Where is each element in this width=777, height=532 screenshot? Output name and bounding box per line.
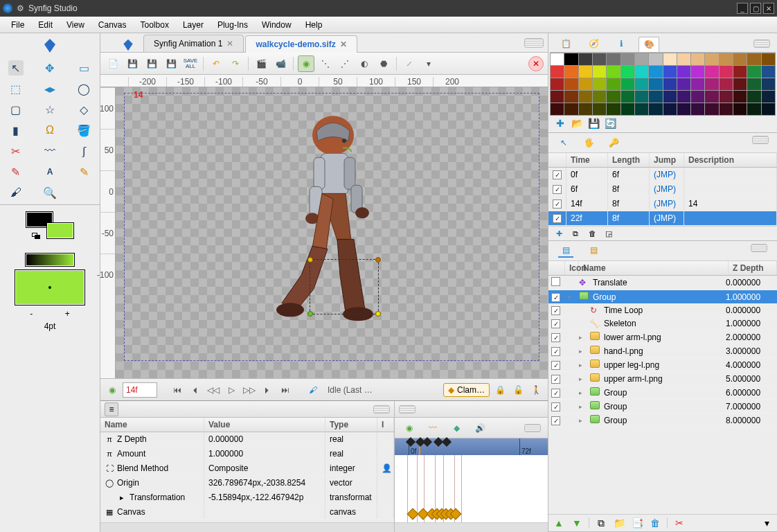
palette-swatch[interactable] [720,78,733,90]
palette-swatch[interactable] [593,53,606,65]
palette-swatch[interactable] [551,103,564,115]
palette-swatch[interactable] [579,103,592,115]
seek-next-kf-icon[interactable]: ⏵ [260,382,275,398]
keyframe-row[interactable]: 14f8f(JMP)14 [548,197,777,211]
tool-rotate[interactable]: ◂▸ [42,81,57,96]
maximize-button[interactable]: ▢ [750,3,761,14]
palette-swatch[interactable] [720,103,733,115]
menu-view[interactable]: View [60,20,91,30]
panel-grip[interactable] [524,424,541,432]
palette-swatch[interactable] [663,91,677,103]
layer-down-icon[interactable]: ▼ [571,517,583,529]
panel-grip[interactable] [373,405,390,414]
layer-row[interactable]: 🦴Skeleton1.000000 [548,317,777,330]
tool-transform[interactable]: ✥ [42,60,57,76]
play-icon[interactable]: ▷ [224,382,239,398]
palette-save-icon[interactable]: 💾 [589,118,598,128]
palette-swatch[interactable] [705,91,718,103]
future-kf-icon[interactable]: 🔓 [510,382,526,398]
col-layer-zdepth[interactable]: Z Depth [729,261,777,275]
layer-group-icon[interactable]: ⧉ [595,517,607,529]
palette-swatch[interactable] [635,53,648,65]
layer-del-icon[interactable]: 🗑 [649,517,661,529]
palette-grid[interactable] [550,53,776,116]
param-row[interactable]: πZ Depth0.000000real [100,432,394,447]
tool-gradient[interactable]: ▮ [8,123,24,138]
layer-menu-icon[interactable]: ▾ [760,517,773,529]
palette-swatch[interactable] [607,78,620,90]
keyframe-row[interactable]: 0f6f(JMP) [548,168,777,182]
palette-swatch[interactable] [691,103,704,115]
tab-animation-1[interactable]: Synfig Animation 1✕ [143,35,244,52]
palette-swatch[interactable] [720,66,733,78]
col-kf-length[interactable]: Length [608,153,650,167]
show-grid-icon[interactable]: ⬣ [375,55,392,72]
seek-prev-kf-icon[interactable]: ⏴ [188,382,203,398]
palette-swatch[interactable] [564,91,578,103]
layer-row[interactable]: ▸upper arm-l.png5.000000 [548,372,777,386]
palette-swatch[interactable] [635,103,648,115]
selection-handles[interactable] [310,259,379,314]
palette-swatch[interactable] [564,66,578,78]
palette-swatch[interactable] [705,78,718,90]
layer-row[interactable]: ▸upper leg-l.png4.000000 [548,358,777,372]
tab-walkcycle[interactable]: walkcycle-demo.sifz✕ [245,35,357,53]
palette-swatch[interactable] [593,103,606,115]
col-layer-name[interactable]: Name [579,261,729,275]
clamp-toggle[interactable]: Clam… [443,383,490,397]
palette-swatch[interactable] [677,53,690,65]
kf-del-icon[interactable]: 🗑 [587,229,597,238]
tool-text[interactable]: A [42,164,57,179]
brush-preview[interactable] [15,270,84,305]
keyframe-dial-icon[interactable]: ⟋ [401,55,418,72]
panel-grip[interactable] [751,244,767,252]
col-layer-icon[interactable]: Icon [565,261,579,275]
palette-swatch[interactable] [579,66,592,78]
save-all-text[interactable]: SAVE ALL [182,55,199,72]
palette-swatch[interactable] [762,91,775,103]
palette-tab-icon[interactable]: 🎨 [638,37,659,52]
save-all-icon[interactable]: 💾 [163,55,179,72]
kf-key-icon[interactable]: 🔑 [607,136,620,150]
palette-swatch[interactable] [551,66,564,78]
tool-scale[interactable]: ⬚ [8,81,24,96]
palette-swatch[interactable] [621,53,634,65]
menu-canvas[interactable]: Canvas [91,20,134,30]
brush-decrease[interactable]: - [30,309,33,319]
palette-swatch[interactable] [607,53,620,65]
menu-window[interactable]: Window [255,20,298,30]
panel-grip[interactable] [524,38,544,48]
lock-kf-icon[interactable]: 🔒 [492,382,508,398]
swap-colors[interactable] [32,233,40,238]
palette-swatch[interactable] [720,91,733,103]
new-file-icon[interactable]: 📄 [105,55,121,72]
palette-swatch[interactable] [621,91,634,103]
loop-icon[interactable]: 🖌 [305,382,321,398]
palette-swatch[interactable] [705,66,718,78]
palette-swatch[interactable] [607,103,620,115]
palette-swatch[interactable] [564,103,578,115]
tool-spline[interactable]: Ω [42,123,57,138]
palette-swatch[interactable] [762,78,775,90]
menu-file[interactable]: File [4,20,31,30]
layers-tab-icon[interactable]: ▤ [558,244,573,258]
palette-swatch[interactable] [663,103,677,115]
palette-swatch[interactable] [691,91,704,103]
palette-swatch[interactable] [733,91,747,103]
palette-swatch[interactable] [649,91,662,103]
palette-swatch[interactable] [564,53,578,65]
params-tab-icon[interactable]: ≡ [105,402,118,416]
tool-zoom[interactable]: 🔍 [42,185,57,200]
palette-open-icon[interactable]: 📂 [572,118,582,128]
minimize-button[interactable]: _ [737,3,748,14]
palette-swatch[interactable] [649,66,662,78]
waypoint-tool-icon[interactable]: ◆ [449,420,464,436]
palette-swatch[interactable] [691,78,704,90]
dropdown-icon[interactable]: ▾ [420,55,437,72]
layer-new-icon[interactable]: 📁 [613,517,625,529]
snap-1-icon[interactable]: ⋱ [317,55,334,72]
preview-icon[interactable]: 📹 [272,55,289,72]
param-row[interactable]: ▸Transformation-5.15894px,-122.467942ptr… [100,490,394,505]
save-icon[interactable]: 💾 [124,55,141,72]
palette-swatch[interactable] [677,103,690,115]
